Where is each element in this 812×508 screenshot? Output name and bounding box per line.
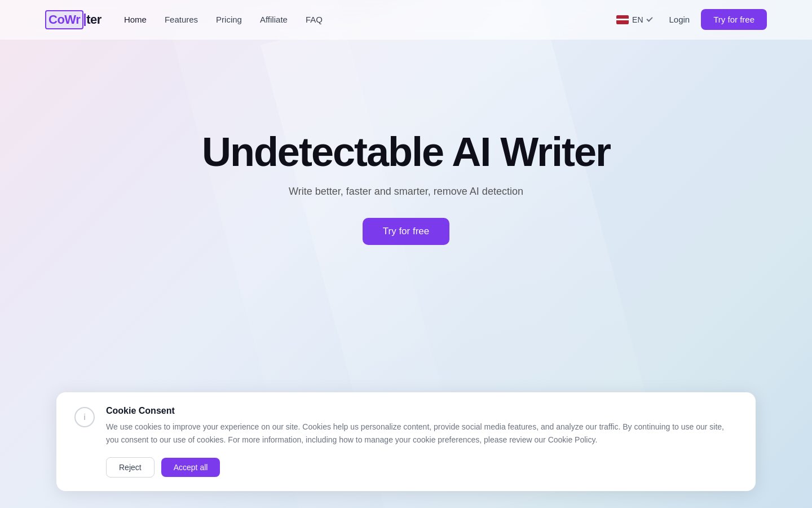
try-for-free-nav-button[interactable]: Try for free [701, 9, 767, 30]
nav-link-features[interactable]: Features [165, 15, 198, 24]
language-selector[interactable]: EN [611, 12, 657, 28]
cookie-actions: Reject Accept all [106, 457, 738, 478]
logo-cursor-icon [84, 14, 86, 26]
nav-item-affiliate[interactable]: Affiliate [260, 15, 288, 25]
cookie-accept-button[interactable]: Accept all [161, 458, 220, 477]
hero-section: Undetectable AI Writer Write better, fas… [0, 40, 812, 245]
nav-item-faq[interactable]: FAQ [306, 15, 323, 25]
cookie-title: Cookie Consent [106, 406, 738, 416]
navbar: CoWrter Home Features Pricing Affiliate … [0, 0, 812, 40]
nav-link-affiliate[interactable]: Affiliate [260, 15, 288, 24]
cookie-content: Cookie Consent We use cookies to improve… [106, 406, 738, 478]
logo-text: ter [86, 12, 102, 27]
hero-subtitle: Write better, faster and smarter, remove… [289, 186, 523, 198]
nav-item-home[interactable]: Home [124, 15, 147, 25]
chevron-down-icon [646, 15, 652, 21]
login-button[interactable]: Login [669, 15, 690, 24]
nav-link-pricing[interactable]: Pricing [216, 15, 242, 24]
nav-item-features[interactable]: Features [165, 15, 198, 25]
logo-bracket: CoWr [45, 10, 83, 29]
flag-us-icon [616, 15, 629, 24]
cookie-consent-banner: i Cookie Consent We use cookies to impro… [56, 392, 756, 491]
cookie-reject-button[interactable]: Reject [106, 457, 155, 478]
hero-title: Undetectable AI Writer [202, 130, 610, 174]
nav-item-pricing[interactable]: Pricing [216, 15, 242, 25]
hero-cta-button[interactable]: Try for free [363, 218, 450, 245]
language-label: EN [632, 15, 643, 24]
nav-right: EN Login Try for free [611, 9, 767, 30]
nav-link-home[interactable]: Home [124, 15, 147, 24]
cookie-info-icon: i [74, 407, 95, 427]
nav-left: CoWrter Home Features Pricing Affiliate … [45, 10, 323, 29]
nav-link-faq[interactable]: FAQ [306, 15, 323, 24]
logo[interactable]: CoWrter [45, 10, 102, 29]
nav-links: Home Features Pricing Affiliate FAQ [124, 15, 323, 25]
cookie-body-text: We use cookies to improve your experienc… [106, 421, 738, 446]
